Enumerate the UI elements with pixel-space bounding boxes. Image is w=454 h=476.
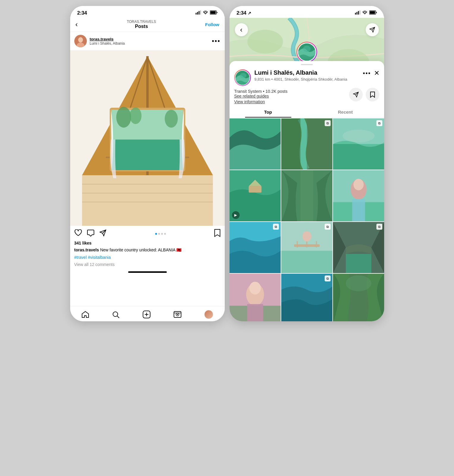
photo-grid: ⧉ ⧉ ▶ — [230, 118, 384, 321]
panel-close-button[interactable]: ✕ — [374, 69, 379, 77]
svg-rect-62 — [249, 186, 261, 193]
nav-title-main: Posts — [127, 24, 156, 29]
dot-3 — [161, 233, 163, 235]
multi-post-icon: ⧉ — [376, 224, 382, 230]
list-item[interactable]: ▶ — [230, 170, 281, 221]
post-header: toras.travels Lumi i Shalës, Albania ••• — [70, 32, 225, 50]
svg-rect-1 — [197, 12, 198, 15]
panel-save-button[interactable] — [366, 88, 379, 101]
svg-rect-2 — [199, 11, 199, 15]
gps-icon: ↗ — [248, 11, 251, 15]
like-button[interactable] — [74, 229, 82, 239]
list-item[interactable]: ⧉ — [333, 222, 384, 273]
post-actions-left — [74, 229, 107, 239]
nav-profile-button[interactable] — [204, 310, 213, 319]
map-profile-pin-inner — [297, 43, 316, 62]
panel-title: Lumi i Shalës, Albania — [255, 69, 347, 76]
panel-subtitle: 9,831 km • 4001, Shkodër, Shqipëria Shko… — [255, 77, 347, 82]
post-more-button[interactable]: ••• — [212, 37, 220, 45]
signal-icon-right — [355, 10, 360, 16]
svg-point-37 — [177, 314, 178, 315]
reel-icon: ▶ — [232, 211, 240, 219]
panel-send-button[interactable] — [349, 88, 363, 101]
dot-1 — [155, 233, 157, 235]
svg-rect-79 — [346, 254, 371, 273]
post-hashtags[interactable]: #travel #visitalbania — [70, 254, 225, 261]
svg-rect-56 — [281, 118, 301, 170]
follow-button[interactable]: Follow — [205, 22, 219, 27]
view-comments-link[interactable]: View all 12 comments — [70, 261, 225, 268]
home-bar-left — [70, 268, 225, 276]
list-item[interactable] — [281, 170, 332, 221]
home-indicator-left — [128, 271, 167, 273]
signal-icon-left — [196, 10, 201, 16]
list-item[interactable] — [230, 274, 281, 321]
view-information-link[interactable]: View information — [234, 99, 265, 104]
status-icons-right — [355, 10, 377, 16]
tab-recent[interactable]: Recent — [307, 107, 384, 118]
svg-point-25 — [130, 107, 142, 124]
comment-button[interactable] — [87, 229, 95, 239]
nav-add-button[interactable] — [143, 311, 150, 318]
svg-rect-64 — [300, 170, 313, 221]
list-item[interactable]: ⧉ — [281, 222, 332, 273]
post-user: toras.travels Lumi i Shalës, Albania — [74, 35, 125, 47]
status-icons-left — [196, 10, 218, 16]
dot-2 — [158, 233, 160, 235]
post-caption-username[interactable]: toras.travels — [74, 248, 99, 252]
list-item[interactable] — [333, 274, 384, 321]
nav-search-button[interactable] — [112, 311, 120, 318]
panel-header-left: Lumi i Shalës, Albania 9,831 km • 4001, … — [234, 69, 347, 86]
svg-point-53 — [240, 73, 246, 78]
svg-point-77 — [302, 231, 311, 241]
list-item[interactable]: ⧉ — [230, 222, 281, 273]
panel-action-buttons — [349, 88, 379, 101]
svg-point-83 — [249, 282, 261, 295]
panel-avatar[interactable] — [234, 69, 251, 86]
svg-point-87 — [346, 275, 371, 291]
map-back-button[interactable]: ‹ — [235, 23, 248, 36]
list-item[interactable]: ⧉ — [333, 118, 384, 170]
status-time-left: 2:34 — [77, 10, 87, 16]
list-item[interactable] — [230, 118, 281, 170]
svg-rect-22 — [112, 140, 183, 170]
svg-rect-39 — [355, 13, 356, 15]
status-bar-left: 2:34 — [70, 6, 225, 18]
panel-meta-text: Transit System • 10.2K posts — [234, 89, 288, 94]
status-bar-right: 2:34 ↗ — [230, 6, 384, 18]
svg-point-51 — [303, 46, 310, 52]
list-item[interactable]: ⧉ — [281, 274, 332, 321]
panel-avatar-inner — [235, 70, 250, 85]
map-profile-pin[interactable] — [296, 42, 317, 62]
svg-point-31 — [113, 312, 118, 317]
bookmark-button[interactable] — [214, 229, 221, 239]
share-button[interactable] — [99, 229, 107, 239]
svg-rect-45 — [370, 11, 375, 14]
svg-point-48 — [247, 30, 283, 54]
svg-rect-0 — [196, 13, 197, 15]
avatar[interactable] — [74, 35, 87, 47]
nav-reels-button[interactable] — [174, 311, 181, 318]
wifi-icon-right — [362, 10, 367, 16]
post-likes: 341 likes — [70, 240, 225, 247]
map-send-button[interactable] — [366, 23, 379, 36]
nav-home-button[interactable] — [81, 311, 89, 318]
svg-rect-3 — [200, 10, 201, 15]
post-location[interactable]: Lumi i Shalës, Albania — [90, 41, 125, 46]
nav-bar-left: ‹ TORAS.TRAVELS Posts Follow — [70, 18, 225, 32]
back-button-left[interactable]: ‹ — [76, 20, 78, 29]
list-item[interactable]: ⧉ — [281, 118, 332, 170]
panel-more-button[interactable]: ••• — [363, 70, 371, 77]
nav-title-sub: TORAS.TRAVELS — [127, 20, 156, 24]
svg-rect-6 — [210, 11, 216, 14]
panel-header-actions: ••• ✕ — [363, 69, 379, 77]
multi-post-icon: ⧉ — [376, 120, 382, 126]
battery-icon-left — [210, 10, 218, 16]
list-item[interactable] — [333, 170, 384, 221]
svg-rect-84 — [247, 304, 263, 321]
post-username[interactable]: toras.travels — [90, 37, 125, 41]
tab-top[interactable]: Top — [230, 107, 307, 118]
battery-icon-right — [369, 10, 377, 16]
nav-title: TORAS.TRAVELS Posts — [127, 20, 156, 29]
svg-point-26 — [165, 110, 178, 128]
